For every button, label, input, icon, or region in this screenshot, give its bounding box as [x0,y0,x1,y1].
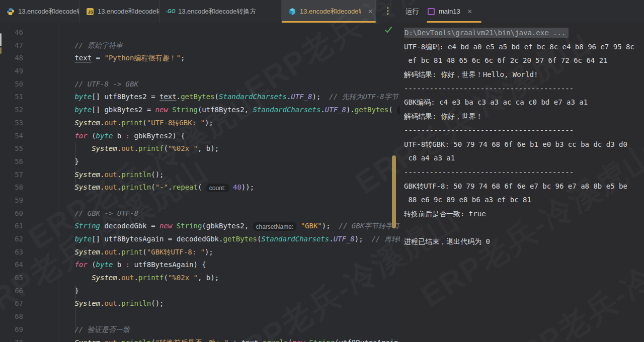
code-line[interactable]: 61 String decodedGbk = new String(gbkByt… [0,220,400,233]
code-line[interactable]: 47 // 原始字符串 [0,39,400,52]
line-number: 58 [0,181,23,194]
code-text: byte[] utf8BytesAgain = decodedGbk.getBy… [41,233,400,246]
left-stripe-accent [0,47,2,54]
code-text: System.out.print("UTF-8转GBK: "); [41,117,213,130]
js-icon: JS [86,8,94,16]
parameter-hint-chip: count: [206,184,229,192]
code-text: // GBK -> UTF-8 [41,207,138,220]
python-icon [7,8,15,16]
code-text: } [41,155,79,168]
code-text: text = "Python编程很有趣！"; [41,52,185,65]
line-number: 53 [0,117,23,130]
code-line[interactable]: 53 System.out.print("UTF-8转GBK: "); [0,117,400,130]
line-number: 48 [0,52,23,65]
editor-tab-2[interactable]: JS13.encode和decode转换方 [79,0,160,23]
code-line[interactable]: 54 for (byte b : gbkBytes2) { [0,130,400,143]
console-line: 转换前后是否一致: true [404,207,644,221]
line-number: 68 [0,310,23,323]
code-line[interactable]: 52 byte[] gbkBytes2 = new String(utf8Byt… [0,104,400,117]
run-console[interactable]: D:\DevTools\graalvm21\bin\java.exe ...UT… [400,23,644,342]
line-number: 49 [0,65,23,78]
code-line[interactable]: 58 System.out.println("-".repeat( count:… [0,181,400,194]
code-line[interactable]: 60 // GBK -> UTF-8 [0,207,400,220]
line-number: 55 [0,142,23,155]
console-line: ---------------------------------------- [404,124,644,138]
code-line[interactable]: 68 [0,310,400,323]
code-text: System.out.println(); [41,297,164,310]
code-text: // 验证是否一致 [41,323,130,336]
console-line: GBK编码: c4 e3 ba c3 a3 ac ca c0 bd e7 a3 … [404,96,644,110]
console-line: 解码结果: 你好，世界！ [404,110,644,124]
code-line[interactable]: 64 for (byte b : utf8BytesAgain) { [0,259,400,272]
left-stripe [0,33,2,46]
code-line[interactable]: 65 System.out.printf("%02x ", b); [0,272,400,285]
line-number: 54 [0,130,23,143]
java-icon [288,8,296,16]
console-line: UTF-8编码: e4 bd a0 e5 a5 bd ef bc 8c e4 b… [404,40,644,54]
console-line [404,221,644,235]
console-line: c8 a4 a3 a1 [404,151,644,165]
code-line[interactable]: 59 [0,194,400,207]
close-icon[interactable]: ✕ [368,8,373,15]
code-line[interactable]: 63 System.out.print("GBK转UTF-8: "); [0,246,400,259]
run-window-title: 运行 [406,7,419,16]
code-text: byte[] gbkBytes2 = new String(utf8Bytes2… [41,104,400,117]
code-pane: 4647 // 原始字符串48 text = "Python编程很有趣！";49… [0,26,400,342]
code-line[interactable]: 51 byte[] utf8Bytes2 = text.getBytes(Sta… [0,91,400,104]
go-icon: -GO [167,8,175,16]
line-number: 65 [0,272,23,285]
editor-tab-3[interactable]: -GO13.encode和decode转换方 [160,0,282,23]
console-line: 88 e6 9c 89 e8 b6 a3 ef bc 81 [404,193,644,207]
close-icon[interactable]: ✕ [467,8,472,15]
code-text: // UTF-8 -> GBK [41,78,138,91]
run-success-check-icon [384,25,393,36]
ide-window: 13.encode和decode转换方JS13.encode和decode转换方… [0,0,644,342]
code-line[interactable]: 56 } [0,155,400,168]
code-text: System.out.println("转换前后是否一致: " + text.e… [41,336,400,342]
code-line[interactable]: 50 // UTF-8 -> GBK [0,78,400,91]
code-line[interactable]: 62 byte[] utf8BytesAgain = decodedGbk.ge… [0,233,400,246]
code-line[interactable]: 49 [0,65,400,78]
editor-tab-bar: 13.encode和decode转换方JS13.encode和decode转换方… [0,0,644,23]
more-tabs-icon[interactable]: ⋮ [383,5,392,17]
code-text: System.out.print("GBK转UTF-8: "); [41,246,213,259]
code-line[interactable]: 48 text = "Python编程很有趣！"; [0,52,400,65]
class-square-icon [428,8,435,15]
console-line: ---------------------------------------- [404,82,644,96]
code-text: } [41,285,79,298]
code-line[interactable]: 69 // 验证是否一致 [0,323,400,336]
console-line: ---------------------------------------- [404,165,644,180]
code-line[interactable]: 66 } [0,285,400,298]
code-text: System.out.printf("%02x ", b); [41,272,219,285]
editor-tab-1[interactable]: 13.encode和decode转换方 [0,0,79,23]
line-number: 57 [0,168,23,182]
code-line[interactable]: 55 System.out.printf("%02x ", b); [0,142,400,155]
line-number: 64 [0,259,23,272]
code-text: System.out.println("-".repeat( count: 40… [41,181,254,195]
console-line: GBK转UTF-8: 50 79 74 68 6f 6e e7 bc 96 e7… [404,180,644,194]
line-number: 70 [0,336,23,342]
code-editor[interactable]: 4647 // 原始字符串48 text = "Python编程很有趣！";49… [0,23,400,342]
line-number: 69 [0,323,23,336]
tab-label: 13.encode和decode转换方 [18,7,79,16]
line-number: 63 [0,246,23,259]
console-line: D:\DevTools\graalvm21\bin\java.exe ... [404,26,644,40]
editor-tabs: 13.encode和decode转换方JS13.encode和decode转换方… [0,0,376,23]
line-number: 66 [0,285,23,298]
editor-scrollbar-thumb[interactable] [392,155,396,228]
line-number: 56 [0,155,23,168]
code-text: System.out.printf("%02x ", b); [41,142,219,155]
code-line[interactable]: 70 System.out.println("转换前后是否一致: " + tex… [0,336,400,342]
line-number: 47 [0,39,23,52]
code-text: String decodedGbk = new String(gbkBytes2… [41,220,400,233]
code-line[interactable]: 67 System.out.println(); [0,297,400,310]
run-tab-main13[interactable]: main13 ✕ [426,0,477,23]
code-text: for (byte b : gbkBytes2) { [41,130,185,143]
parameter-hint-chip: charsetName: [253,222,297,231]
code-line[interactable]: 57 System.out.println(); [0,168,400,182]
run-tab-label: main13 [439,8,460,15]
editor-tab-4[interactable]: 13.encode和decode转换✕ [282,0,376,23]
console-line: 进程已结束，退出代码为 0 [404,235,644,249]
code-line[interactable]: 46 [0,26,400,39]
tab-label: 13.encode和decode转换方 [98,7,159,16]
